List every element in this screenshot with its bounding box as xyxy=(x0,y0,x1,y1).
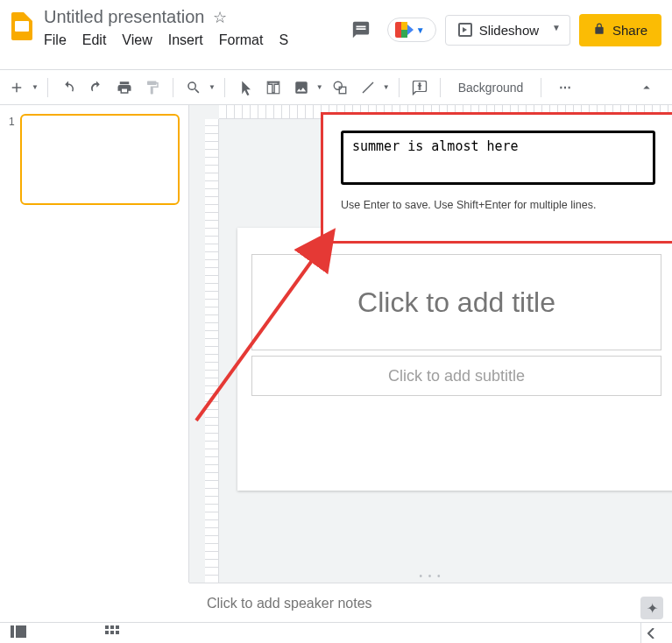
doc-title[interactable]: Untitled presentation xyxy=(44,7,204,27)
meet-button[interactable]: ▼ xyxy=(387,18,436,42)
comment-tool[interactable] xyxy=(408,76,431,99)
svg-point-1 xyxy=(334,81,342,89)
new-slide-dropdown[interactable]: ▼ xyxy=(32,83,39,91)
svg-rect-10 xyxy=(105,631,109,634)
svg-rect-2 xyxy=(339,87,346,94)
svg-rect-8 xyxy=(110,625,114,629)
zoom-dropdown[interactable]: ▼ xyxy=(209,83,216,91)
subtitle-placeholder[interactable]: Click to add subtitle xyxy=(251,356,661,396)
menu-slide[interactable]: S xyxy=(279,32,288,48)
vertical-ruler xyxy=(205,119,219,583)
title-placeholder[interactable]: Click to add title xyxy=(251,254,661,350)
meet-caret-icon: ▼ xyxy=(416,25,425,35)
slide-number: 1 xyxy=(9,114,15,205)
collapse-toolbar-button[interactable] xyxy=(635,76,658,99)
separator xyxy=(47,78,48,97)
separator xyxy=(541,78,541,97)
menu-edit[interactable]: Edit xyxy=(82,32,107,48)
toolbar: ▼ ▼ ▼ ▼ Background ⋯ xyxy=(0,70,672,105)
separator xyxy=(173,78,173,97)
view-grid-icon[interactable] xyxy=(105,625,119,641)
print-button[interactable] xyxy=(113,76,136,99)
menu-format[interactable]: Format xyxy=(219,32,264,48)
title-block: Untitled presentation ☆ File Edit View I… xyxy=(44,4,288,48)
speaker-notes-placeholder: Click to add speaker notes xyxy=(207,596,372,611)
textbox-tool[interactable] xyxy=(262,76,285,99)
more-button[interactable]: ⋯ xyxy=(550,81,582,95)
annotation-callout: summer is almost here Use Enter to save.… xyxy=(321,112,672,244)
drag-handle-icon[interactable]: • • • xyxy=(419,571,442,581)
image-dropdown[interactable]: ▼ xyxy=(316,83,323,91)
menubar: File Edit View Insert Format S xyxy=(44,32,288,48)
slideshow-dropdown-button[interactable]: ▼ xyxy=(543,15,570,46)
workspace: 1 Click to add title Click to add subtit… xyxy=(0,105,672,583)
meet-icon xyxy=(395,22,414,38)
slide-thumbnail-1[interactable] xyxy=(20,114,180,205)
slideshow-label: Slideshow xyxy=(479,23,539,38)
annotation-input[interactable]: summer is almost here xyxy=(341,131,655,185)
app-logo-wrap xyxy=(0,4,44,40)
redo-button[interactable] xyxy=(85,76,108,99)
slide-canvas[interactable]: Click to add title Click to add subtitle xyxy=(237,228,672,491)
line-tool[interactable] xyxy=(357,76,379,99)
collapse-filmstrip-button[interactable] xyxy=(640,623,661,644)
slideshow-button[interactable]: Slideshow xyxy=(445,15,552,46)
comments-button[interactable] xyxy=(343,12,378,47)
star-icon[interactable]: ☆ xyxy=(213,8,227,27)
speaker-notes[interactable]: Click to add speaker notes ✦ xyxy=(189,583,672,623)
share-button[interactable]: Share xyxy=(579,14,661,46)
menu-insert[interactable]: Insert xyxy=(168,32,203,48)
image-tool[interactable] xyxy=(290,76,313,99)
header-actions: ▼ Slideshow ▼ Share xyxy=(343,4,672,47)
svg-rect-5 xyxy=(11,625,14,638)
svg-rect-11 xyxy=(110,631,114,634)
canvas-area: Click to add title Click to add subtitle… xyxy=(189,105,672,583)
app-header: Untitled presentation ☆ File Edit View I… xyxy=(0,0,672,70)
new-slide-button[interactable] xyxy=(5,76,28,99)
filmstrip: 1 xyxy=(0,105,189,583)
svg-rect-6 xyxy=(16,625,26,638)
background-button[interactable]: Background xyxy=(449,81,533,95)
slides-logo-icon[interactable] xyxy=(11,12,32,40)
svg-rect-12 xyxy=(116,631,119,634)
svg-rect-9 xyxy=(116,625,119,629)
view-filmstrip-icon[interactable] xyxy=(11,625,26,641)
separator xyxy=(224,78,225,97)
explore-button[interactable]: ✦ xyxy=(640,597,663,619)
bottom-bar xyxy=(0,622,672,643)
lock-icon xyxy=(593,23,605,38)
paint-format-button[interactable] xyxy=(141,76,164,99)
shape-tool[interactable] xyxy=(329,76,351,99)
svg-line-3 xyxy=(363,82,373,93)
separator xyxy=(399,78,400,97)
menu-view[interactable]: View xyxy=(122,32,152,48)
undo-button[interactable] xyxy=(57,76,80,99)
play-icon xyxy=(458,23,472,37)
line-dropdown[interactable]: ▼ xyxy=(383,83,390,91)
menu-file[interactable]: File xyxy=(44,32,67,48)
select-tool[interactable] xyxy=(234,76,257,99)
svg-rect-7 xyxy=(105,625,109,629)
annotation-hint: Use Enter to save. Use Shift+Enter for m… xyxy=(341,199,655,211)
zoom-button[interactable] xyxy=(182,76,205,99)
separator xyxy=(440,78,441,97)
share-label: Share xyxy=(612,23,647,38)
